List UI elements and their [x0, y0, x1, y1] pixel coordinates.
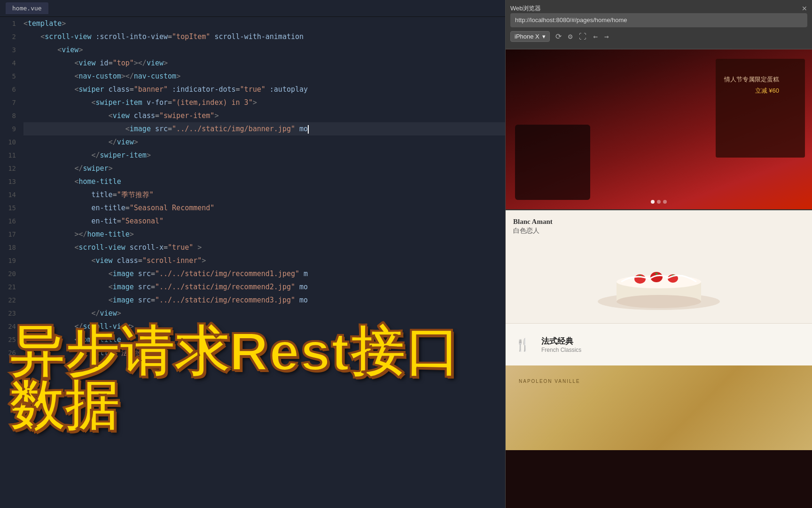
- napoleon-section: NAPOLEON VANILLE: [506, 365, 812, 450]
- banner-left-deco: [515, 125, 590, 200]
- napoleon-content: NAPOLEON VANILLE: [512, 372, 587, 390]
- device-name: iPhone X: [515, 33, 539, 40]
- french-title-cn: 法式经典: [541, 336, 581, 347]
- url-text: http://localhost:8080/#/pages/home/home: [515, 16, 627, 24]
- banner-section: 情人节专属限定蛋糕 立减 ¥60: [506, 49, 812, 209]
- chevron-down-icon: ▾: [542, 33, 546, 40]
- code-line-19: 19 <view class="scroll-inner">: [0, 254, 505, 267]
- browser-toolbar: Web浏览器 ✕ http://localhost:8080/#/pages/h…: [506, 0, 812, 49]
- banner-right-deco: [716, 59, 805, 158]
- cake-image-area: [513, 240, 804, 316]
- code-line-23: 23 </view>: [0, 307, 505, 320]
- banner-line1: 情人节专属限定蛋糕: [724, 75, 779, 84]
- browser-close-button[interactable]: ✕: [802, 5, 807, 12]
- napoleon-label: NAPOLEON VANILLE: [519, 379, 580, 384]
- device-bar: iPhone X ▾ ⟳ ⚙ ⛶ ← →: [510, 28, 807, 45]
- banner-dots: [651, 200, 667, 204]
- address-bar[interactable]: http://localhost:8080/#/pages/home/home: [510, 13, 807, 27]
- editor-panel: home.vue 1 <template> 2 <scroll-view :sc…: [0, 0, 505, 508]
- code-line-7: 7 <swiper-item v-for="(item,index) in 3"…: [0, 96, 505, 109]
- editor-tab-home-vue[interactable]: home.vue: [6, 2, 48, 14]
- code-line-20: 20 <image src="../../static/img/recommen…: [0, 267, 505, 280]
- french-text-column: 法式经典 French Classics: [541, 336, 581, 353]
- dot-3: [663, 200, 667, 204]
- code-line-1: 1 <template>: [0, 17, 505, 30]
- banner-price: 立减 ¥60: [724, 87, 779, 95]
- rotate-icon[interactable]: ⟳: [554, 31, 563, 42]
- code-line-6: 6 <swiper class="banner" :indicator-dots…: [0, 83, 505, 96]
- code-line-9: 9 <image src="../../static/img/banner.jp…: [0, 122, 505, 135]
- utensils-icon: 🍴: [515, 338, 530, 352]
- fullscreen-icon[interactable]: ⛶: [577, 31, 588, 42]
- main-overlay-title: 异步请求Rest接口数据: [9, 325, 496, 433]
- nav-forward-icon[interactable]: →: [602, 31, 611, 42]
- svg-point-3: [617, 295, 701, 308]
- banner-promo-text: 情人节专属限定蛋糕 立减 ¥60: [724, 75, 779, 95]
- cake-section: Blanc Amant 白色恋人: [506, 210, 812, 323]
- device-selector[interactable]: iPhone X ▾: [510, 31, 550, 42]
- code-line-14: 14 title="季节推荐": [0, 188, 505, 201]
- code-line-3: 3 <view>: [0, 43, 505, 56]
- french-title-en: French Classics: [541, 347, 581, 353]
- code-line-4: 4 <view id="top"></view>: [0, 56, 505, 70]
- code-line-21: 21 <image src="../../static/img/recommen…: [0, 280, 505, 294]
- code-line-11: 11 </swiper-item>: [0, 149, 505, 162]
- code-line-10: 10 </view>: [0, 135, 505, 149]
- browser-title: Web浏览器: [510, 4, 541, 13]
- code-line-17: 17 ></home-title>: [0, 228, 505, 241]
- code-line-15: 15 en-title="Seasonal Recommend": [0, 201, 505, 214]
- overlay-title-area: 异步请求Rest接口数据: [0, 325, 505, 433]
- nav-back-icon[interactable]: ←: [591, 31, 600, 42]
- code-line-13: 13 <home-title: [0, 175, 505, 188]
- tab-label: home.vue: [12, 5, 42, 12]
- french-section: 🍴 法式经典 French Classics: [506, 323, 812, 365]
- dot-2: [657, 200, 661, 204]
- code-line-12: 12 </swiper>: [0, 162, 505, 175]
- browser-title-bar: Web浏览器 ✕: [510, 4, 807, 13]
- code-line-16: 16 en-tit="Seasonal": [0, 214, 505, 228]
- preview-content: 情人节专属限定蛋糕 立减 ¥60 Blanc Amant 白色恋人: [506, 49, 812, 508]
- code-line-8: 8 <view class="swiper-item">: [0, 109, 505, 122]
- device-icons-group: ⟳ ⚙ ⛶ ← →: [554, 31, 611, 42]
- code-line-22: 22 <image src="../../static/img/recommen…: [0, 294, 505, 307]
- settings-icon[interactable]: ⚙: [566, 31, 575, 42]
- code-line-18: 18 <scroll-view scroll-x="true" >: [0, 241, 505, 254]
- code-line-5: 5 <nav-custom></nav-custom>: [0, 70, 505, 83]
- editor-tab-bar: home.vue: [0, 0, 505, 17]
- dot-1: [651, 200, 655, 204]
- cake-visual-svg: [588, 245, 729, 311]
- cake-name-cn: 白色恋人: [513, 227, 804, 235]
- code-line-2: 2 <scroll-view :scroll-into-view="topIte…: [0, 30, 505, 43]
- browser-panel: Web浏览器 ✕ http://localhost:8080/#/pages/h…: [505, 0, 812, 508]
- cake-brand-name: Blanc Amant: [513, 218, 804, 226]
- code-editor-content: 1 <template> 2 <scroll-view :scroll-into…: [0, 17, 505, 359]
